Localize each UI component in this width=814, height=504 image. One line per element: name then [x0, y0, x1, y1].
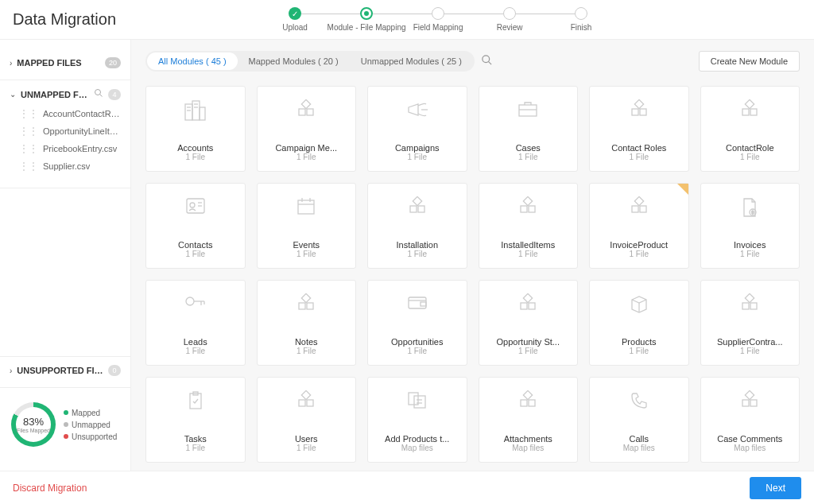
- footer: Discard Migration Next: [0, 471, 814, 504]
- module-card[interactable]: Contact Roles1 File: [589, 86, 689, 172]
- module-card[interactable]: Leads1 File: [145, 280, 246, 366]
- module-card[interactable]: Opportunities1 File: [367, 280, 467, 366]
- module-title: Events: [264, 240, 350, 250]
- module-card[interactable]: Products1 File: [589, 280, 689, 366]
- content-area: All Modules ( 45 ) Mapped Modules ( 20 )…: [131, 40, 814, 471]
- mapped-files-toggle[interactable]: › MAPPED FILES 20: [10, 52, 121, 73]
- stepper: ✓ Upload Module - File Mapping Field Map…: [259, 7, 617, 32]
- module-card[interactable]: AttachmentsMap files: [479, 377, 579, 463]
- svg-rect-73: [746, 390, 754, 399]
- svg-rect-6: [200, 107, 205, 120]
- module-card[interactable]: Contacts1 File: [145, 183, 246, 269]
- file-item[interactable]: ⋮⋮PricebookEntry.csv: [10, 140, 121, 157]
- drag-handle-icon[interactable]: ⋮⋮: [19, 126, 38, 137]
- svg-rect-22: [750, 109, 757, 115]
- step-finish[interactable]: Finish: [545, 7, 617, 32]
- module-title: Opportunities: [374, 337, 460, 347]
- module-card[interactable]: Installation1 File: [367, 183, 467, 269]
- search-icon[interactable]: [94, 88, 103, 100]
- module-card[interactable]: InvoiceProduct1 File: [589, 183, 689, 269]
- module-title: Accounts: [153, 143, 238, 153]
- module-sub: 1 File: [264, 250, 350, 258]
- module-title: Users: [264, 434, 350, 444]
- chevron-down-icon: ⌄: [10, 90, 16, 99]
- svg-rect-27: [298, 200, 314, 214]
- module-card[interactable]: Users1 File: [257, 377, 357, 463]
- squares-icon: [517, 196, 539, 218]
- file-item[interactable]: ⋮⋮OpportunityLineIte...: [10, 122, 121, 140]
- file-item[interactable]: ⋮⋮AccountContactRo...: [10, 105, 121, 122]
- svg-text:$: $: [752, 210, 754, 215]
- legend-label: Unsupported: [72, 432, 117, 441]
- drag-handle-icon[interactable]: ⋮⋮: [19, 108, 38, 119]
- module-card[interactable]: $Invoices1 File: [700, 183, 800, 269]
- chevron-right-icon: ›: [10, 366, 12, 375]
- module-card[interactable]: Case CommentsMap files: [700, 377, 800, 463]
- step-field-mapping[interactable]: Field Mapping: [402, 7, 474, 32]
- file-item[interactable]: ⋮⋮Supplier.csv: [10, 157, 121, 175]
- module-sub: 1 File: [153, 347, 238, 355]
- module-card[interactable]: Events1 File: [257, 183, 357, 269]
- module-title: Case Comments: [707, 434, 793, 444]
- key-icon: [184, 293, 207, 312]
- module-card[interactable]: Opportunity St...1 File: [479, 280, 579, 366]
- module-card[interactable]: CallsMap files: [589, 377, 689, 463]
- drag-handle-icon[interactable]: ⋮⋮: [19, 161, 38, 172]
- next-button[interactable]: Next: [750, 477, 801, 499]
- svg-point-24: [190, 203, 195, 207]
- module-sub: 1 File: [264, 347, 350, 355]
- step-module-file-mapping[interactable]: Module - File Mapping: [331, 7, 402, 32]
- module-sub: 1 File: [596, 250, 682, 258]
- svg-rect-58: [746, 293, 754, 302]
- tab-unmapped-modules[interactable]: Unmapped Modules ( 25 ): [350, 52, 473, 70]
- module-card[interactable]: Campaigns1 File: [367, 86, 467, 172]
- svg-rect-51: [307, 303, 313, 309]
- module-sub: 1 File: [374, 347, 460, 355]
- module-title: Add Products t...: [374, 434, 460, 444]
- svg-rect-71: [521, 400, 527, 406]
- module-card[interactable]: SupplierContra...1 File: [700, 280, 800, 366]
- unmapped-files-toggle[interactable]: ⌄ UNMAPPED FILES 4: [10, 83, 121, 105]
- files-icon: [406, 390, 428, 412]
- svg-rect-72: [529, 400, 535, 406]
- unsupported-files-toggle[interactable]: › UNSUPPORTED FIL... 0: [10, 360, 121, 381]
- module-card[interactable]: Cases1 File: [479, 86, 579, 172]
- module-card[interactable]: Campaign Me...1 File: [257, 86, 357, 172]
- file-name: OpportunityLineIte...: [43, 126, 121, 136]
- svg-rect-55: [521, 303, 527, 309]
- progress-percent: 83%: [23, 416, 44, 428]
- step-review[interactable]: Review: [474, 7, 545, 32]
- module-card[interactable]: Add Products t...Map files: [367, 377, 467, 463]
- drag-handle-icon[interactable]: ⋮⋮: [19, 143, 38, 154]
- svg-rect-59: [742, 303, 749, 309]
- svg-rect-41: [632, 206, 638, 212]
- legend-label: Mapped: [72, 409, 100, 417]
- svg-rect-50: [299, 303, 305, 309]
- module-sub: 1 File: [153, 153, 238, 161]
- module-title: Cases: [486, 143, 572, 153]
- tab-all-modules[interactable]: All Modules ( 45 ): [147, 52, 238, 70]
- module-title: Contacts: [153, 240, 238, 250]
- svg-rect-70: [524, 390, 533, 399]
- search-icon[interactable]: [481, 54, 493, 68]
- svg-rect-35: [410, 206, 417, 212]
- step-upload[interactable]: ✓ Upload: [259, 7, 331, 32]
- module-sub: 1 File: [264, 153, 350, 161]
- module-card[interactable]: Tasks1 File: [145, 377, 246, 463]
- module-title: Products: [596, 337, 682, 347]
- module-card[interactable]: ContactRole1 File: [700, 86, 800, 172]
- module-card[interactable]: Notes1 File: [257, 280, 357, 366]
- tab-mapped-modules[interactable]: Mapped Modules ( 20 ): [238, 52, 350, 70]
- svg-rect-53: [421, 302, 426, 306]
- task-icon: [187, 390, 204, 413]
- legend-label: Unmapped: [72, 421, 110, 429]
- create-new-module-button[interactable]: Create New Module: [699, 51, 800, 72]
- svg-rect-65: [307, 400, 313, 406]
- module-card[interactable]: InstalledItems1 File: [479, 183, 579, 269]
- count-badge: 4: [108, 89, 121, 100]
- svg-rect-12: [299, 109, 305, 115]
- module-filter-tabs: All Modules ( 45 ) Mapped Modules ( 20 )…: [145, 51, 475, 72]
- module-card[interactable]: Accounts1 File: [145, 86, 246, 172]
- module-title: Attachments: [486, 434, 572, 444]
- discard-migration-link[interactable]: Discard Migration: [13, 483, 87, 494]
